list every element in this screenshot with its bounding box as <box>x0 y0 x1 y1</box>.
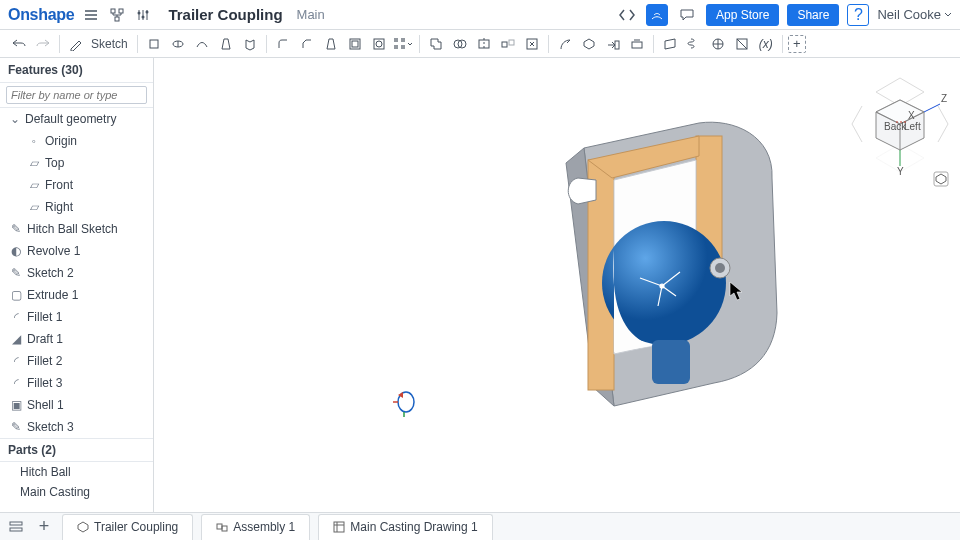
helix-icon[interactable] <box>683 33 705 55</box>
draft-icon: ◢ <box>10 333 22 345</box>
add-custom-icon[interactable]: + <box>788 35 806 53</box>
sketch-pencil-icon[interactable] <box>65 33 87 55</box>
rotate-gizmo-icon <box>389 388 419 418</box>
svg-line-36 <box>924 104 940 112</box>
logo[interactable]: Onshape <box>8 6 74 24</box>
right-plane-item[interactable]: ▱Right <box>0 196 153 218</box>
revolve-icon[interactable] <box>167 33 189 55</box>
view-cube[interactable]: Back Left Z Y X <box>850 72 950 182</box>
svg-rect-44 <box>10 528 22 531</box>
plane-icon[interactable] <box>659 33 681 55</box>
extrude-icon: ▢ <box>10 289 22 301</box>
add-tab-icon[interactable]: + <box>34 517 54 537</box>
share-button[interactable]: Share <box>787 4 839 26</box>
svg-rect-29 <box>652 340 690 384</box>
sweep-icon[interactable] <box>191 33 213 55</box>
featurescript-icon[interactable] <box>616 4 638 26</box>
sketch-icon: ✎ <box>10 267 22 279</box>
assembly-icon <box>216 521 228 533</box>
config-icon[interactable] <box>134 6 152 24</box>
svg-rect-15 <box>401 45 405 49</box>
parts-header[interactable]: Parts (2) <box>0 438 153 462</box>
loft-icon[interactable] <box>215 33 237 55</box>
feature-item[interactable]: ✎Hitch Ball Sketch <box>0 218 153 240</box>
partstudio-icon <box>77 521 89 533</box>
svg-rect-46 <box>222 526 227 531</box>
shell-icon[interactable] <box>344 33 366 55</box>
transform-icon[interactable] <box>497 33 519 55</box>
delete-face-icon[interactable] <box>521 33 543 55</box>
tab-drawing[interactable]: Main Casting Drawing 1 <box>318 514 492 540</box>
tab-part-studio[interactable]: Trailer Coupling <box>62 514 193 540</box>
feature-item[interactable]: ✎Sketch 3 <box>0 416 153 438</box>
plane-icon: ▱ <box>28 157 40 169</box>
variable-icon[interactable]: (x) <box>755 33 777 55</box>
tab-manager-icon[interactable] <box>6 517 26 537</box>
split-icon[interactable] <box>473 33 495 55</box>
front-plane-item[interactable]: ▱Front <box>0 174 153 196</box>
rib-icon[interactable] <box>368 33 390 55</box>
top-plane-item[interactable]: ▱Top <box>0 152 153 174</box>
doc-branch[interactable]: Main <box>297 7 325 22</box>
app-store-button[interactable]: App Store <box>706 4 779 26</box>
svg-rect-12 <box>394 38 398 42</box>
thicken-icon[interactable] <box>239 33 261 55</box>
svg-text:X: X <box>908 110 915 121</box>
feature-item[interactable]: ◜Fillet 3 <box>0 372 153 394</box>
user-menu[interactable]: Neil Cooke <box>877 7 952 22</box>
svg-rect-47 <box>334 522 344 532</box>
redo-icon[interactable] <box>32 33 54 55</box>
fillet-icon: ◜ <box>10 311 22 323</box>
mate-connector-icon[interactable] <box>707 33 729 55</box>
undo-icon[interactable] <box>8 33 30 55</box>
svg-rect-6 <box>150 40 158 48</box>
section-view-icon[interactable] <box>731 33 753 55</box>
extrude-icon[interactable] <box>143 33 165 55</box>
feature-item[interactable]: ◜Fillet 2 <box>0 350 153 372</box>
svg-point-31 <box>715 263 725 273</box>
move-face-icon[interactable] <box>602 33 624 55</box>
tab-assembly[interactable]: Assembly 1 <box>201 514 310 540</box>
feature-item[interactable]: ◢Draft 1 <box>0 328 153 350</box>
draft-icon[interactable] <box>320 33 342 55</box>
svg-rect-2 <box>115 17 119 21</box>
svg-point-5 <box>146 10 149 13</box>
feature-filter-input[interactable] <box>6 86 147 104</box>
feature-item[interactable]: ▢Extrude 1 <box>0 284 153 306</box>
default-geometry-group[interactable]: ⌄ Default geometry <box>0 108 153 130</box>
fillet-icon[interactable] <box>272 33 294 55</box>
svg-text:Left: Left <box>904 121 921 132</box>
sketch-button[interactable]: Sketch <box>91 37 128 51</box>
pattern-icon[interactable] <box>392 33 414 55</box>
svg-rect-45 <box>217 524 222 529</box>
feature-item[interactable]: ◐Revolve 1 <box>0 240 153 262</box>
menu-icon[interactable] <box>82 6 100 24</box>
svg-rect-43 <box>10 522 22 525</box>
feature-item[interactable]: ✎Sketch 2 <box>0 262 153 284</box>
feature-tree: Features (30) ⌄ Default geometry ◦Origin… <box>0 58 154 512</box>
tab-bar: + Trailer Coupling Assembly 1 Main Casti… <box>0 512 960 540</box>
intersect-icon[interactable] <box>449 33 471 55</box>
part-item[interactable]: Main Casting <box>0 482 153 502</box>
feature-item[interactable]: ◜Fillet 1 <box>0 306 153 328</box>
origin-item[interactable]: ◦Origin <box>0 130 153 152</box>
notifications-icon[interactable] <box>646 4 668 26</box>
revolve-icon: ◐ <box>10 245 22 257</box>
features-header[interactable]: Features (30) <box>0 58 153 83</box>
help-icon[interactable]: ? <box>847 4 869 26</box>
plane-icon: ▱ <box>28 179 40 191</box>
comments-icon[interactable] <box>676 4 698 26</box>
feature-item[interactable]: ▣Shell 1 <box>0 394 153 416</box>
svg-point-11 <box>376 41 382 47</box>
fillet-icon: ◜ <box>10 377 22 389</box>
chamfer-icon[interactable] <box>296 33 318 55</box>
replace-face-icon[interactable] <box>626 33 648 55</box>
doc-title[interactable]: Trailer Coupling <box>168 6 282 23</box>
fillet-icon: ◜ <box>10 355 22 367</box>
part-item[interactable]: Hitch Ball <box>0 462 153 482</box>
boolean-icon[interactable] <box>425 33 447 55</box>
delete-part-icon[interactable] <box>578 33 600 55</box>
tree-icon[interactable] <box>108 6 126 24</box>
modify-fillet-icon[interactable] <box>554 33 576 55</box>
graphics-canvas[interactable]: Back Left Z Y X <box>154 58 960 512</box>
